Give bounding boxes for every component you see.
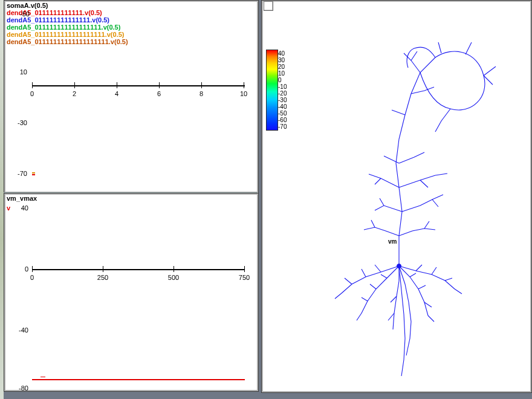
y-tick-label: 10 [9,68,27,76]
color-scale [266,50,278,131]
axis-tick [174,266,174,272]
y-tick-label: -70 [9,170,27,177]
y-tick-label: -50 [9,10,30,18]
y-tick-label: 40 [10,204,28,212]
x-tick-label: 250 [97,274,108,281]
recording-point-label: vm [388,238,397,245]
y-tick-label: 0 [10,265,28,273]
data-mark [32,174,35,175]
legend-item: dendA5_011111111111111111.v(0.5) [7,24,120,31]
y-tick-label: -30 [9,119,27,126]
x-tick-label: 4 [115,90,118,97]
legend-item: somaA.v(0.5) [7,2,48,9]
x-axis [32,269,245,270]
trace-line [41,377,45,377]
axis-tick [244,82,244,88]
axis-tick [201,82,202,88]
axis-tick [159,82,160,88]
menu-square-button[interactable] [264,1,273,11]
axis-tick [32,266,33,272]
axis-tick [244,266,245,272]
workspace: somaA.v(0.5) dendA5_0111111111111.v(0.5)… [0,0,532,399]
neuron-morphology[interactable] [284,24,526,387]
x-tick-label: 500 [168,274,179,281]
x-axis [32,85,245,86]
graph-panel-bottom[interactable]: vm_vmax v 40 0 -40 -80 0 250 500 750 [4,193,259,392]
x-tick-label: 6 [157,90,161,97]
graph-panel-top[interactable]: somaA.v(0.5) dendA5_0111111111111.v(0.5)… [4,0,259,193]
x-tick-label: 0 [30,274,34,281]
axis-tick [103,266,103,272]
data-mark [32,172,35,174]
axis-tick [32,82,33,88]
legend-item: dendA5_01111111111111111111.v(0.5) [7,38,128,45]
x-tick-label: 8 [199,90,203,97]
y-tick-label: -40 [10,326,28,334]
trace-line [32,379,245,380]
x-tick-label: 0 [30,90,34,97]
color-scale-label: 0 [278,77,282,83]
graph-title: vm_vmax [7,195,37,202]
legend-item: dendA5_0111111111111111111.v(0.5) [7,31,124,38]
axis-tick [74,82,75,88]
x-tick-label: 10 [240,90,247,97]
x-tick-label: 750 [239,274,250,281]
axis-tick [117,82,117,88]
x-tick-label: 2 [73,90,76,97]
y-tick-label: -80 [10,384,28,392]
